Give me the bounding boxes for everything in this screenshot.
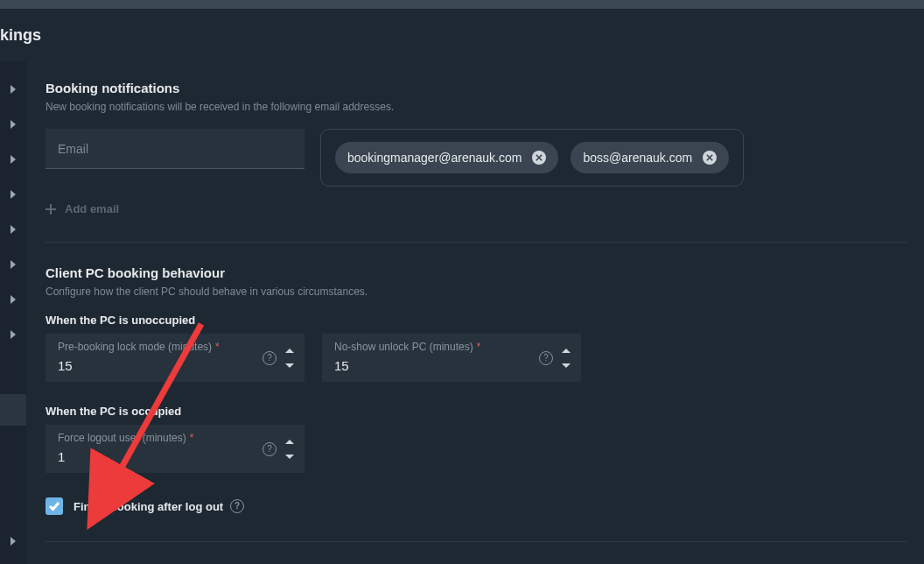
email-chips-container: bookingmanager@arenauk.com boss@arenauk.… — [320, 129, 744, 187]
step-up-button[interactable] — [282, 436, 298, 448]
no-show-unlock-label: No-show unlock PC (minutes) — [334, 341, 473, 353]
sidebar-item-5[interactable] — [0, 212, 26, 247]
title-bar: kings — [0, 9, 924, 61]
email-chip-label: bookingmanager@arenauk.com — [347, 151, 522, 165]
force-logout-field[interactable]: Force logout user (minutes) * 1 ? — [46, 425, 304, 473]
notifications-desc: New booking notifications will be receiv… — [46, 101, 906, 113]
sidebar-item-last[interactable] — [0, 524, 26, 559]
help-icon[interactable]: ? — [539, 351, 553, 365]
sidebar-item-7[interactable] — [0, 282, 26, 317]
sidebar — [0, 61, 26, 564]
behaviour-desc: Configure how the client PC should behav… — [46, 286, 906, 298]
no-show-unlock-value: 15 — [334, 358, 572, 373]
force-logout-value: 1 — [58, 449, 296, 464]
force-logout-label: Force logout user (minutes) — [58, 432, 186, 444]
top-accent-bar — [0, 0, 924, 9]
sidebar-item-selected[interactable] — [0, 392, 26, 427]
check-icon — [49, 501, 60, 511]
plus-icon — [46, 204, 56, 215]
notifications-title: Booking notifications — [46, 81, 906, 95]
pre-booking-lock-field[interactable]: Pre-booking lock mode (minutes) * 15 ? — [46, 334, 304, 382]
email-chip: boss@arenauk.com — [570, 142, 729, 173]
sidebar-item-6[interactable] — [0, 247, 26, 282]
required-indicator: * — [477, 341, 481, 353]
finish-booking-checkbox[interactable] — [46, 497, 63, 515]
email-placeholder: Email — [58, 142, 88, 156]
unoccupied-heading: When the PC is unoccupied — [46, 314, 906, 327]
email-chip: bookingmanager@arenauk.com — [335, 142, 558, 173]
sidebar-item-3[interactable] — [0, 142, 26, 177]
email-input[interactable]: Email — [46, 129, 304, 169]
pre-booking-lock-stepper — [282, 345, 298, 371]
main-content: Booking notifications New booking notifi… — [26, 61, 924, 564]
remove-email-icon[interactable] — [703, 151, 717, 165]
help-icon[interactable]: ? — [262, 442, 276, 456]
step-up-button[interactable] — [282, 345, 298, 357]
sidebar-item-2[interactable] — [0, 107, 26, 142]
force-logout-stepper — [282, 436, 298, 462]
occupied-heading: When the PC is occupied — [46, 405, 906, 418]
section-divider — [46, 541, 906, 542]
pre-booking-lock-label: Pre-booking lock mode (minutes) — [58, 341, 212, 353]
behaviour-title: Client PC booking behaviour — [46, 265, 906, 280]
finish-booking-label: Finish booking after log out — [74, 500, 223, 513]
sidebar-item-4[interactable] — [0, 177, 26, 212]
page-title: kings — [0, 26, 41, 45]
pre-booking-lock-value: 15 — [58, 358, 296, 373]
no-show-stepper — [558, 345, 574, 371]
add-email-button[interactable]: Add email — [46, 202, 906, 215]
step-down-button[interactable] — [558, 359, 574, 371]
section-divider — [46, 242, 906, 243]
required-indicator: * — [215, 341, 220, 353]
email-chip-label: boss@arenauk.com — [583, 151, 692, 165]
help-icon[interactable]: ? — [262, 351, 276, 365]
remove-email-icon[interactable] — [532, 151, 546, 165]
required-indicator: * — [190, 432, 194, 444]
step-up-button[interactable] — [558, 345, 574, 357]
sidebar-item-8[interactable] — [0, 317, 26, 352]
help-icon[interactable]: ? — [230, 499, 244, 513]
sidebar-item-1[interactable] — [0, 72, 26, 107]
step-down-button[interactable] — [282, 450, 298, 462]
no-show-unlock-field[interactable]: No-show unlock PC (minutes) * 15 ? — [322, 334, 581, 382]
step-down-button[interactable] — [282, 359, 298, 371]
add-email-label: Add email — [65, 202, 119, 215]
